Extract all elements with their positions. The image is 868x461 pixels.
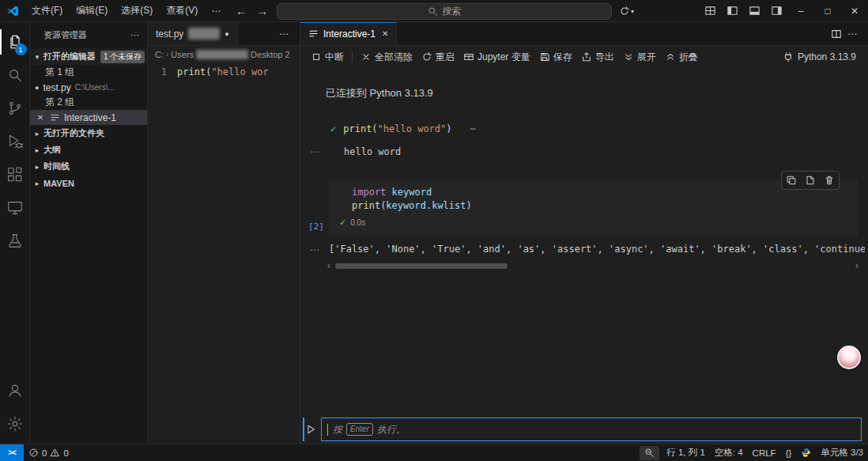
close-button[interactable]: ✕ xyxy=(841,0,868,21)
output-collapse-icon[interactable]: ⋯ xyxy=(310,146,320,157)
sidebar-more-icon[interactable]: ⋯ xyxy=(130,30,139,40)
breadcrumb[interactable]: C: › Users Desktop 2 xyxy=(148,46,300,62)
menu-overflow-icon[interactable]: ⋯ xyxy=(205,3,227,19)
collapse-all-button[interactable]: 折叠 xyxy=(661,48,702,66)
tab-interactive-1[interactable]: Interactive-1 ✕ xyxy=(300,22,397,45)
executed-cell-1[interactable]: ✓ print("hello word") ⋯ xyxy=(330,123,477,134)
button-label: 展开 xyxy=(637,51,656,64)
scroll-left-icon[interactable]: ‹ xyxy=(324,261,334,271)
account-icon[interactable] xyxy=(0,374,30,407)
interrupt-button[interactable]: 中断 xyxy=(307,48,348,66)
sidebar-header: 资源管理器 ⋯ xyxy=(30,22,147,48)
clear-all-button[interactable]: 全部清除 xyxy=(357,48,417,66)
code-input-field[interactable]: 按 Enter 执行。 xyxy=(321,418,862,441)
dirty-indicator[interactable]: ● xyxy=(225,30,228,38)
interactive-history: 已连接到 Python 3.13.9 ✓ print("hello word")… xyxy=(300,68,868,444)
code-editor[interactable]: 1print("hello wor xyxy=(148,62,300,77)
open-editor-item-interactive[interactable]: ✕ Interactive-1 xyxy=(30,110,147,125)
chevron-right-icon: › xyxy=(166,50,168,59)
sync-dropdown-icon[interactable]: ▾ xyxy=(619,6,634,17)
zoom-indicator[interactable] xyxy=(640,446,659,460)
activity-testing-icon[interactable] xyxy=(0,225,30,258)
editor-actions-more-icon[interactable]: ⋯ xyxy=(275,28,293,40)
split-editor-icon[interactable] xyxy=(831,28,842,40)
breadcrumb-desktop[interactable]: Desktop 2 xyxy=(251,50,290,59)
breadcrumb-drive[interactable]: C: xyxy=(155,50,164,59)
tab-test-py[interactable]: test.py ● xyxy=(148,22,238,45)
toggle-secondary-sidebar-icon[interactable] xyxy=(765,0,787,21)
kernel-picker-button[interactable]: Python 3.13.9 xyxy=(779,49,860,65)
toggle-primary-sidebar-icon[interactable] xyxy=(721,0,743,21)
activity-run-debug-icon[interactable] xyxy=(0,125,30,158)
avatar[interactable] xyxy=(837,346,861,369)
dirty-indicator: ● xyxy=(35,84,39,92)
interactive-toolbar: 中断 全部清除 重启 Jupyter 变量 保存 导出 xyxy=(300,46,868,68)
close-icon[interactable]: ✕ xyxy=(35,113,46,122)
copy-cell-icon[interactable] xyxy=(782,172,801,189)
code-token: print xyxy=(343,123,372,134)
maximize-button[interactable]: □ xyxy=(814,0,841,21)
horizontal-scrollbar[interactable]: ‹ › xyxy=(324,261,862,271)
delete-cell-icon[interactable] xyxy=(820,172,839,189)
minimize-button[interactable]: – xyxy=(787,0,814,21)
vscode-window: 文件(F) 编辑(E) 选择(S) 查看(V) ⋯ ← → 搜索 ▾ xyxy=(0,0,868,461)
save-button[interactable]: 保存 xyxy=(535,48,576,66)
menubar: 文件(F) 编辑(E) 选择(S) 查看(V) ⋯ xyxy=(0,2,227,20)
command-search-box[interactable]: 搜索 xyxy=(277,3,612,20)
problems-indicator[interactable]: 0 0 xyxy=(24,444,74,461)
export-cell-icon[interactable] xyxy=(801,172,820,189)
menu-selection[interactable]: 选择(S) xyxy=(115,2,159,20)
menu-edit[interactable]: 编辑(E) xyxy=(70,2,114,20)
expand-all-button[interactable]: 展开 xyxy=(619,48,660,66)
error-icon xyxy=(28,448,39,458)
cell-indicator[interactable]: 单元格 3/3 xyxy=(816,444,868,461)
sidebar-section-timeline[interactable]: ▸ 时间线 xyxy=(30,158,147,175)
editor-group-1-label[interactable]: 第 1 组 xyxy=(30,65,147,80)
menu-view[interactable]: 查看(V) xyxy=(160,2,204,20)
toggle-panel-icon[interactable] xyxy=(743,0,765,21)
editor-group-2-label[interactable]: 第 2 组 xyxy=(30,95,147,110)
activity-remote-explorer-icon[interactable] xyxy=(0,191,30,225)
close-icon[interactable]: ✕ xyxy=(382,29,388,38)
eol-indicator[interactable]: CRLF xyxy=(748,444,781,461)
forward-icon[interactable]: → xyxy=(255,5,270,17)
sidebar-section-maven[interactable]: ▸ MAVEN xyxy=(30,175,147,191)
search-icon xyxy=(428,6,438,17)
scrollbar-track[interactable] xyxy=(334,261,852,271)
customize-layout-icon[interactable] xyxy=(699,0,721,21)
menu-file[interactable]: 文件(F) xyxy=(25,2,69,20)
settings-gear-icon[interactable] xyxy=(0,407,30,440)
python-icon[interactable] xyxy=(796,444,816,461)
left-tab-bar: test.py ● ⋯ xyxy=(148,22,300,46)
sidebar-title: 资源管理器 xyxy=(43,29,87,41)
scrollbar-thumb[interactable] xyxy=(335,263,508,269)
activity-search-icon[interactable] xyxy=(0,59,30,92)
cell-more-icon[interactable]: ⋯ xyxy=(470,123,477,134)
sidebar-section-no-folder[interactable]: ▸ 无打开的文件夹 xyxy=(30,125,147,142)
redacted-text xyxy=(188,28,220,40)
indentation-indicator[interactable]: 空格: 4 xyxy=(710,444,748,461)
executed-cell-2[interactable]: import keyword print(keyword.kwlist) ✓ 0… xyxy=(329,180,858,236)
activity-extensions-icon[interactable] xyxy=(0,158,30,191)
titlebar-center: ← → 搜索 ▾ xyxy=(234,0,634,22)
restart-button[interactable]: 重启 xyxy=(417,48,459,66)
cursor-position[interactable]: 行 1, 列 1 xyxy=(662,444,710,461)
breadcrumb-users[interactable]: Users xyxy=(171,50,194,59)
status-bar: >< 0 0 行 1, 列 1 空格: 4 CRLF {} 单元格 3/3 xyxy=(0,444,868,461)
activity-explorer-icon[interactable]: 1 xyxy=(0,25,30,59)
language-braces-indicator[interactable]: {} xyxy=(781,444,797,461)
jupyter-variables-button[interactable]: Jupyter 变量 xyxy=(459,48,534,66)
sidebar-section-outline[interactable]: ▸ 大纲 xyxy=(30,142,147,158)
chevron-right-icon: ▸ xyxy=(32,163,42,171)
remote-indicator[interactable]: >< xyxy=(0,444,24,461)
export-button[interactable]: 导出 xyxy=(577,48,618,66)
open-editor-item-testpy[interactable]: ● test.py C:\Users\... xyxy=(30,80,147,95)
output-collapse-icon[interactable]: ⋯ xyxy=(310,244,320,255)
chevron-right-icon: ▸ xyxy=(32,130,42,138)
activity-source-control-icon[interactable] xyxy=(0,92,30,125)
open-editors-header[interactable]: ▾ 打开的编辑器 1 个未保存 xyxy=(30,48,147,65)
scroll-right-icon[interactable]: › xyxy=(852,261,862,271)
active-input-indicator xyxy=(303,418,304,441)
back-icon[interactable]: ← xyxy=(234,5,248,17)
editor-actions-more-icon[interactable]: ⋯ xyxy=(843,28,862,40)
